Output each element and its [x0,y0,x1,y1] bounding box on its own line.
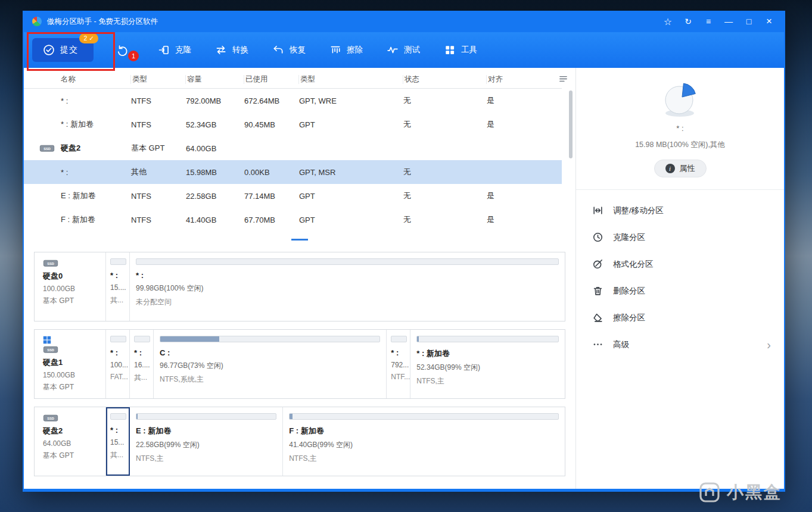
watermark: 小黑盒 [698,481,782,504]
minimize-button[interactable]: — [718,13,739,30]
convert-button[interactable]: 转换 [215,44,248,56]
partition-size: 99.98GB(100% 空闲) [136,283,559,294]
ssd-icon: SSD [43,413,105,423]
partition-size: 15.... [110,283,126,292]
test-button[interactable]: 测试 [387,44,420,56]
window-controls: ☆↻≡—□× [658,13,779,30]
titlebar[interactable]: 傲梅分区助手 - 免费无损分区软件 ☆↻≡—□× [24,11,784,32]
tools-button[interactable]: 工具 [444,44,477,56]
clone-button[interactable]: 克隆 [158,44,191,56]
chevron-right-icon: › [767,339,771,351]
column-settings-icon[interactable] [558,74,568,84]
maximize-button[interactable]: □ [739,13,759,30]
partition-block[interactable]: * :99.98GB(100% 空闲)未分配空间 [130,252,565,321]
submit-button-group: 提交 2 ✓ [32,38,94,62]
watermark-logo-icon [698,481,721,504]
advanced-icon [592,339,603,350]
menu-button[interactable]: ≡ [698,13,718,30]
partition-size: 22.58GB(99% 空闲) [136,440,276,450]
disk-info[interactable]: SSD硬盘1150.00GB基本 GPT [35,330,106,398]
action-label: 格式化分区 [613,259,654,270]
column-header[interactable]: 类型 [131,75,186,84]
action-resize-move[interactable]: 调整/移动分区 [592,197,771,224]
disk-partitions: * :15...其...E : 新加卷22.58GB(99% 空闲)NTFS,主… [106,407,565,476]
toolbar-button-label: 转换 [232,45,248,55]
main-content: 名称类型容量已使用类型状态对齐 * :NTFS792.00MB672.64MBG… [24,68,784,489]
disk-partitions: * :100...FAT...* :16....其...C :96.77GB(7… [106,330,565,398]
partition-row[interactable]: * :其他15.98MB0.00KBGPT, MSR无 [24,160,562,184]
partition-row[interactable]: * : 新加卷NTFS52.34GB90.45MBGPT无是 [24,113,562,136]
partition-size: 100... [110,361,126,369]
partition-block[interactable]: * :16....其... [130,330,154,398]
partition-block[interactable]: * :15....其... [106,252,130,321]
row-name: SSD硬盘2 [24,143,131,154]
recover-button[interactable]: 恢复 [272,44,306,56]
properties-button[interactable]: i 属性 [654,160,707,177]
disk-row[interactable]: SSD硬盘2基本 GPT64.00GB [24,136,562,160]
row-cell: 是 [487,214,562,225]
action-format-partition[interactable]: 格式化分区 [592,251,771,277]
partition-size: 16.... [134,361,150,369]
capacity-bar [289,413,559,420]
partition-label: * : [110,271,126,280]
capacity-bar [136,413,276,420]
column-header[interactable]: 类型 [299,75,403,84]
row-cell: NTFS [131,216,186,224]
action-delete-partition[interactable]: 删除分区 [592,277,771,304]
disk-panels: SSD硬盘0100.00GB基本 GPT* :15....其...* :99.9… [24,252,575,476]
row-cell: 无 [403,95,487,106]
selected-partition-label: * : [576,124,784,133]
partition-size: 52.34GB(99% 空闲) [416,363,559,373]
disk-type: 基本 GPT [43,296,105,306]
partition-block[interactable]: * : 新加卷52.34GB(99% 空闲)NTFS,主 [410,330,565,398]
clone-partition-icon [592,232,603,243]
table-scrollbar[interactable] [569,90,573,245]
refresh-button[interactable]: ↻ [678,13,698,30]
column-header[interactable]: 名称 [24,75,131,84]
action-advanced[interactable]: 高级› [592,331,771,358]
window-title: 傲梅分区助手 - 免费无损分区软件 [47,17,158,27]
app-logo-icon [32,17,42,26]
partition-block[interactable]: E : 新加卷22.58GB(99% 空闲)NTFS,主 [130,407,283,476]
svg-text:SSD: SSD [43,147,51,151]
partition-block[interactable]: C :96.77GB(73% 空闲)NTFS,系统,主 [154,330,387,398]
partition-block[interactable]: * :15...其... [106,407,130,476]
partition-block[interactable]: * :792...NTF... [387,330,410,398]
erase-partition-icon [592,312,603,323]
favorite-button[interactable]: ☆ [658,13,678,30]
partition-label: F : 新加卷 [289,426,559,436]
column-header[interactable]: 状态 [403,75,487,84]
partition-row[interactable]: * :NTFS792.00MB672.64MBGPT, WRE无是 [24,89,562,113]
partition-row[interactable]: F : 新加卷NTFS41.40GB67.70MBGPT无是 [24,208,562,232]
partition-block[interactable]: * :100...FAT... [106,330,130,398]
capacity-bar-fill [160,336,219,342]
partition-block[interactable]: F : 新加卷41.40GB(99% 空闲)NTFS,主 [283,407,565,476]
disk-info[interactable]: SSD硬盘264.00GB基本 GPT [35,407,106,476]
column-header[interactable]: 对齐 [487,75,562,84]
row-cell: 90.45MB [244,120,299,129]
row-cell: 41.40GB [186,216,244,224]
left-pane: 名称类型容量已使用类型状态对齐 * :NTFS792.00MB672.64MBG… [24,68,575,489]
capacity-bar [160,336,380,342]
partition-size: 96.77GB(73% 空闲) [160,361,380,371]
action-label: 高级 [613,339,629,350]
action-clone-partition[interactable]: 克隆分区 [592,224,771,251]
partition-label: * : [391,348,407,357]
row-cell: GPT [299,216,403,224]
column-header[interactable]: 已使用 [244,75,299,84]
row-cell: 22.58GB [186,192,244,201]
action-erase-partition[interactable]: 擦除分区 [592,304,771,331]
partition-row[interactable]: E : 新加卷NTFS22.58GB77.14MBGPT无是 [24,184,562,208]
partition-label: * : [110,426,126,435]
close-button[interactable]: × [759,13,779,30]
scrollbar-thumb[interactable] [569,90,573,158]
pie-chart [576,82,784,119]
delete-partition-icon [592,285,603,296]
disk-type: 基本 GPT [43,382,105,392]
disk-type: 基本 GPT [43,451,105,461]
partition-label: * : [134,348,150,357]
disk-info[interactable]: SSD硬盘0100.00GB基本 GPT [35,252,106,321]
erase-button[interactable]: 擦除 [329,44,363,56]
column-header[interactable]: 容量 [186,75,244,84]
capacity-bar [136,258,559,265]
